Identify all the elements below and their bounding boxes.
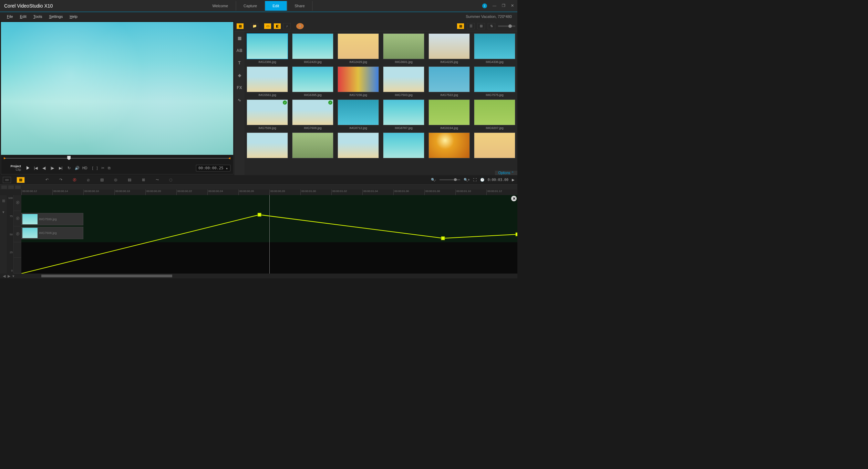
library-item[interactable] [247,132,288,159]
track-ctrl-icon[interactable]: ⊞ [2,199,5,203]
mark-out-button[interactable]: ] [97,166,98,170]
library-item[interactable]: IMG6395.jpg [292,66,333,97]
timeline-view-btn[interactable]: ▦ [17,177,25,183]
timeline-playhead[interactable] [269,195,270,274]
workflow-tab-capture[interactable]: Capture [236,1,265,11]
library-item[interactable] [474,132,515,159]
audio-icon[interactable]: ♪ [283,23,291,29]
menu-help[interactable]: Help [66,14,81,19]
library-item[interactable]: IMG5561.jpg [247,66,288,97]
options-expand[interactable]: Options ⌃ [495,171,517,175]
track-view-toggles[interactable] [0,185,517,190]
chapter-icon[interactable]: ◎ [112,177,120,183]
clip-mode-label[interactable]: Clip [16,168,21,171]
close-icon[interactable]: ✕ [511,3,514,8]
graphics-btn[interactable]: ◈ [235,71,244,79]
library-item[interactable]: IMG9207.jpg [474,99,515,130]
info-icon[interactable]: i [482,3,487,8]
loop-button[interactable]: ↻ [66,165,72,171]
scrubber[interactable] [1,155,233,162]
fx-btn[interactable]: FX [235,84,244,92]
timeline-ruler[interactable]: 00:00:00.1200:00:00.1400:00:00.1600:00:0… [0,190,517,195]
view-thumb-icon[interactable]: ▦ [457,23,464,29]
path-btn[interactable]: ∿ [235,96,244,104]
chevron-down-icon[interactable]: ▾ [2,210,4,214]
motion-icon[interactable]: ⤳ [153,177,161,183]
library-item[interactable]: ✓IMG7599.jpg [247,99,288,130]
thumbnail-size-slider[interactable] [498,25,515,27]
library-item[interactable]: IMG7503.jpg [383,66,424,97]
storyboard-view-btn[interactable]: ▭ [3,177,11,183]
library-item[interactable]: IMG8787.jpg [383,99,424,130]
menu-settings[interactable]: Settings [45,14,66,19]
autocaption-icon[interactable]: ▧ [98,177,106,183]
workflow-tab-share[interactable]: Share [287,1,312,11]
media-btn[interactable]: ▦ [235,34,244,42]
zoom-in-icon[interactable]: 🔍+ [464,178,470,182]
home-button[interactable]: |◀ [33,165,39,171]
hd-label[interactable]: HD [82,165,87,171]
library-item[interactable]: IMG4336.jpg [474,33,515,64]
library-item[interactable] [292,132,333,159]
library-item[interactable]: IMG3601.jpg [383,33,424,64]
multitrack-icon[interactable]: ⊞ [139,177,147,183]
photo-icon[interactable]: ◧ [273,23,281,29]
library-item[interactable]: IMG7522.jpg [428,66,470,97]
end-button[interactable]: ▶| [58,165,64,171]
library-item[interactable] [338,132,379,159]
scroll-right-icon[interactable]: ▶ [512,178,515,182]
media-tab-icon[interactable]: ▦ [236,23,244,29]
transitions-btn[interactable]: AB [235,46,244,55]
mark-in-button[interactable]: [ [92,166,93,170]
workflow-tab-edit[interactable]: Edit [265,1,287,11]
zoom-slider[interactable] [440,179,460,180]
library-item[interactable]: ✓IMG7608.jpg [292,99,333,130]
track-head-video1[interactable]: ⦿ [14,195,21,211]
track-head-empty[interactable] [14,242,21,258]
close-graph-icon[interactable]: ✕ [511,196,517,201]
sort-icon[interactable]: ⇅ [488,23,495,29]
view-list-icon[interactable]: ☰ [467,23,475,29]
track-head-overlay2[interactable]: ⦿ [14,226,21,242]
library-item[interactable]: IMG4225.jpg [428,33,470,64]
keyframe-graph[interactable]: IMG7599.jpg IMG7608.jpg ✕ [21,195,517,274]
undo-icon[interactable]: ↶ [43,177,51,183]
menu-tools[interactable]: Tools [30,14,46,19]
clock-icon[interactable]: 🕐 [480,178,484,182]
record-icon[interactable]: ⦿ [70,177,79,183]
menu-edit[interactable]: Edit [17,14,30,19]
download-icon[interactable]: ⬇ [296,23,304,29]
library-item[interactable]: IMG2386.jpg [247,33,288,64]
custom-icon[interactable]: ◌ [167,177,175,183]
minimize-icon[interactable]: — [493,3,496,8]
library-item[interactable]: IMG2429.jpg [338,33,379,64]
folder-icon[interactable]: 📁 [251,23,258,29]
library-item[interactable]: IMG2420.jpg [292,33,333,64]
tracks-icon[interactable]: ▤ [125,177,134,183]
fit-icon[interactable]: ⛶ [473,178,477,182]
library-item[interactable]: IMG8712.jpg [338,99,379,130]
library-item[interactable] [383,132,424,159]
redo-icon[interactable]: ↷ [56,177,65,183]
view-grid-icon[interactable]: ⊞ [477,23,485,29]
preview-viewport[interactable] [1,22,233,155]
library-item[interactable] [428,132,470,159]
next-frame-button[interactable]: |▶ [49,165,55,171]
playhead-marker[interactable] [67,156,71,160]
library-item[interactable]: IMG7236.jpg [338,66,379,97]
workflow-tab-welcome[interactable]: Welcome [205,1,236,11]
film-icon[interactable]: ▭ [264,23,271,29]
snapshot-icon[interactable]: ⧉ [108,166,111,170]
prev-frame-button[interactable]: ◀| [41,165,47,171]
maximize-icon[interactable]: ❐ [502,3,505,8]
track-head-empty2[interactable] [14,258,21,274]
track-head-overlay1[interactable]: ⦿ [14,211,21,227]
timecode[interactable]: 00:00:00.25 ▴ [196,165,230,171]
timeline-scrollbar[interactable]: ◀ ▶ ▾ [0,274,517,278]
volume-icon[interactable]: 🔊 [74,165,80,171]
titles-btn[interactable]: T [235,59,244,67]
library-item[interactable]: IMG7575.jpg [474,66,515,97]
play-button[interactable] [24,165,31,171]
mixer-icon[interactable]: ⎚ [84,177,92,183]
cut-icon[interactable]: ✂ [101,166,104,170]
